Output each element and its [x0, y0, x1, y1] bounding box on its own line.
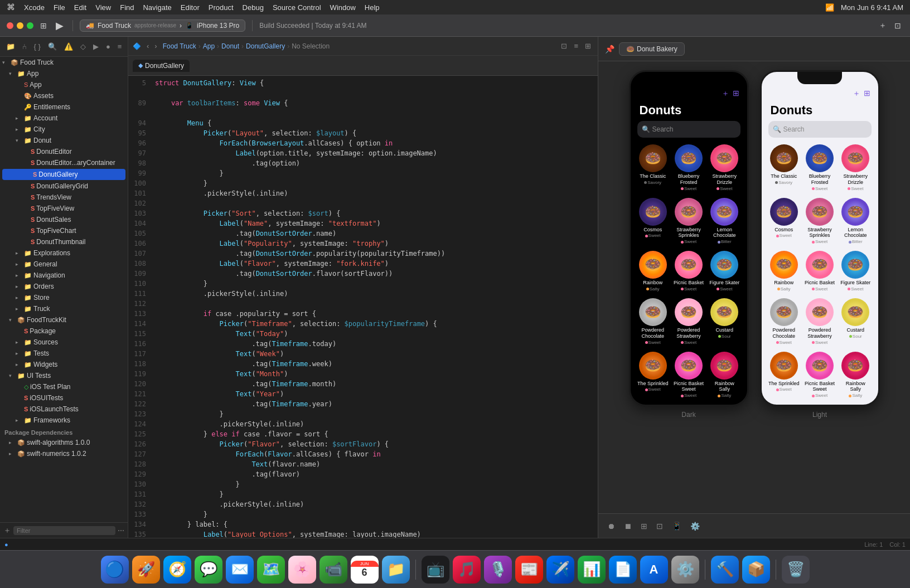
breadcrumb-donut-gallery[interactable]: DonutGallery [246, 42, 285, 50]
sidebar-item-ui-tests[interactable]: ▾ 📁 UI Tests [0, 370, 128, 381]
sidebar-item-donut-gallery[interactable]: ▾ S DonutGallery [2, 169, 125, 180]
report-btn[interactable]: ≡ [114, 40, 125, 53]
preview-layout-btn[interactable]: ⊡ [654, 519, 665, 533]
menu-find[interactable]: Find [120, 3, 134, 12]
menu-source-control[interactable]: Source Control [273, 3, 321, 12]
menu-window[interactable]: Window [330, 3, 356, 12]
sidebar-item-trends[interactable]: ▾ S TrendsView [0, 192, 128, 203]
breadcrumb-donut[interactable]: Donut [221, 42, 239, 50]
sidebar-item-donut-folder[interactable]: ▾ 📁 Donut [0, 135, 128, 146]
breakpoint-btn[interactable]: ● [103, 40, 114, 53]
menu-file[interactable]: File [54, 3, 65, 12]
dock-maps[interactable]: 🗺️ [257, 556, 285, 584]
add-button[interactable]: ＋ [877, 20, 889, 32]
donut-bakery-button[interactable]: 🍩 Donut Bakery [619, 42, 685, 56]
dock-testflight[interactable]: ✈️ [546, 556, 574, 584]
apple-menu[interactable]: ⌘ [7, 2, 15, 12]
sidebar-item-city[interactable]: ▸ 📁 City [0, 124, 128, 135]
dock-appstore[interactable]: A [640, 556, 668, 584]
filter-options-icon[interactable]: ⋯ [118, 527, 124, 534]
dock-files[interactable]: 📁 [382, 556, 410, 584]
minimap-btn[interactable]: ⊞ [583, 41, 593, 51]
menu-help[interactable]: Help [365, 3, 380, 12]
sidebar-item-donut-thumbnail[interactable]: ▾ S DonutThumbnail [0, 236, 128, 247]
source-control-btn[interactable]: ⑃ [19, 40, 30, 53]
preview-grid-btn[interactable]: ⊞ [638, 519, 650, 533]
sidebar-item-donut-sales[interactable]: ▾ S DonutSales [0, 214, 128, 225]
sidebar-item-widgets[interactable]: ▸ 📁 Widgets [0, 359, 128, 370]
sidebar-item-ios-test-plan[interactable]: ▾ ◇ iOS Test Plan [0, 381, 128, 392]
sidebar-item-donut-editor[interactable]: ▾ S DonutEditor [0, 146, 128, 157]
maximize-button[interactable] [27, 22, 33, 29]
symbol-navigator-btn[interactable]: { } [31, 40, 44, 53]
menu-editor[interactable]: Editor [181, 3, 200, 12]
dock-podcasts[interactable]: 🎙️ [484, 556, 512, 584]
preview-settings-btn[interactable]: ⚙️ [688, 519, 702, 533]
sidebar-item-frameworks[interactable]: ▸ 📁 Frameworks [0, 415, 128, 426]
navigator-toggle[interactable]: ⊞ [38, 20, 49, 31]
file-navigator-btn[interactable]: 📁 [3, 40, 18, 53]
preview-stop-btn[interactable]: ⏹ [622, 519, 634, 533]
sidebar-item-tests[interactable]: ▸ 📁 Tests [0, 348, 128, 359]
sidebar-item-donut-editor-container[interactable]: ▾ S DonutEditor...aryContainer [0, 157, 128, 168]
editor-options[interactable]: ⊡ [892, 20, 903, 31]
dock-transporter[interactable]: 📦 [742, 556, 770, 584]
dock-appletv[interactable]: 📺 [422, 556, 449, 584]
plus-filter-icon[interactable]: ＋ [3, 526, 11, 536]
dock-systemprefs[interactable]: ⚙️ [671, 556, 699, 584]
search-bar-dark[interactable]: 🔍 Search [637, 121, 740, 138]
dock-facetime[interactable]: 📹 [320, 556, 347, 584]
sidebar-item-app[interactable]: ▾ S App [0, 79, 128, 90]
close-button[interactable] [7, 22, 13, 29]
sidebar-item-general[interactable]: ▸ 📁 General [0, 259, 128, 270]
sidebar-item-app-group[interactable]: ▾ 📁 App [0, 68, 128, 79]
sidebar-item-orders[interactable]: ▸ 📁 Orders [0, 281, 128, 292]
dock-mail[interactable]: ✉️ [226, 556, 254, 584]
sidebar-item-foodtruck[interactable]: ▾ 📦 Food Truck [0, 57, 128, 68]
sidebar-item-truck[interactable]: ▸ 📁 Truck [0, 303, 128, 314]
breadcrumb-food-truck[interactable]: Food Truck [163, 42, 196, 50]
dock-trash[interactable]: 🗑️ [782, 556, 810, 584]
authors-btn[interactable]: ≡ [572, 41, 580, 51]
filter-input[interactable] [13, 526, 115, 535]
grid-icon-light[interactable]: ⊞ [864, 89, 870, 99]
tab-donut-gallery[interactable]: ◆ DonutGallery [133, 60, 190, 72]
preview-record-btn[interactable]: ⏺ [605, 519, 617, 533]
menu-navigate[interactable]: Navigate [143, 3, 171, 12]
test-navigator-btn[interactable]: ◇ [77, 40, 89, 53]
add-icon-dark[interactable]: ＋ [722, 89, 729, 99]
split-editor-btn[interactable]: ⊡ [559, 41, 569, 51]
sidebar-item-ios-launch-tests[interactable]: ▾ S iOSLaunchTests [0, 404, 128, 415]
code-content[interactable]: struct DonutGallery: View { var toolbarI… [151, 76, 598, 538]
sidebar-item-account[interactable]: ▸ 📁 Account [0, 113, 128, 124]
menu-debug[interactable]: Debug [243, 3, 264, 12]
sidebar-item-topfive[interactable]: ▾ S TopFiveView [0, 203, 128, 214]
sidebar-item-entitlements[interactable]: ▾ 🔑 Entitlements [0, 101, 128, 113]
add-icon-light[interactable]: ＋ [853, 89, 860, 99]
dock-finder[interactable]: 🔵 [101, 556, 129, 584]
minimize-button[interactable] [17, 22, 23, 29]
sidebar-item-explorations[interactable]: ▸ 📁 Explorations [0, 247, 128, 259]
dock-safari[interactable]: 🧭 [163, 556, 191, 584]
menu-product[interactable]: Product [209, 3, 234, 12]
pin-button[interactable]: 📌 [605, 45, 614, 54]
menu-view[interactable]: View [95, 3, 111, 12]
dock-numbers[interactable]: 📊 [578, 556, 606, 584]
dock-news[interactable]: 📰 [515, 556, 543, 584]
find-navigator-btn[interactable]: 🔍 [45, 40, 60, 53]
sidebar-item-ios-ui-tests[interactable]: ▾ S iOSUITests [0, 392, 128, 404]
sidebar-item-topfive-chart[interactable]: ▾ S TopFiveChart [0, 225, 128, 236]
dock-messages[interactable]: 💬 [195, 556, 222, 584]
menu-xcode[interactable]: Xcode [24, 3, 45, 12]
run-button[interactable]: ▶ [54, 18, 66, 33]
breadcrumb-app[interactable]: App [203, 42, 215, 50]
grid-icon-dark[interactable]: ⊞ [733, 89, 739, 99]
sidebar-item-swift-algorithms[interactable]: ▸ 📦 swift-algorithms 1.0.0 [0, 437, 128, 448]
debug-navigator-btn[interactable]: ▶ [90, 40, 102, 53]
sidebar-item-swift-numerics[interactable]: ▸ 📦 swift-numerics 1.0.2 [0, 448, 128, 459]
back-btn[interactable]: ‹ [144, 41, 151, 51]
code-editor[interactable]: 5 89 94 95 96 97 98 99 100 101 102 103 [128, 76, 598, 538]
dock-music[interactable]: 🎵 [453, 556, 481, 584]
sidebar-item-foodtruckkit[interactable]: ▾ 📦 FoodTruckKit [0, 314, 128, 325]
forward-btn[interactable]: › [152, 41, 159, 51]
